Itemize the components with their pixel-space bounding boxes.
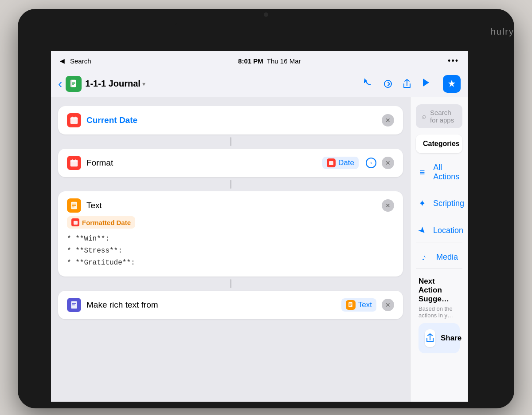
scripting-item[interactable]: ✦ Scripting — [416, 192, 462, 215]
next-action-subtitle: Based on the actions in y… — [419, 305, 460, 319]
all-actions-label: All Actions — [433, 163, 460, 182]
format-card: Format Date › ✕ — [58, 149, 403, 177]
workflow-panel: Current Date ✕ — [51, 97, 410, 402]
magic-button[interactable] — [443, 75, 461, 93]
categories-button[interactable]: Categories — [416, 134, 462, 153]
rich-text-doc-icon — [70, 300, 78, 309]
format-header: Format Date › ✕ — [67, 156, 394, 170]
text-header: Text ✕ — [67, 198, 394, 213]
play-button[interactable] — [421, 78, 430, 90]
text-pill-doc-icon — [348, 302, 353, 308]
media-icon: ♪ — [419, 252, 429, 262]
screen: ◀ Search 8:01 PM Thu 16 Mar ••• ‹ — [51, 51, 468, 402]
suggestion-label: Share — [441, 334, 462, 343]
nav-bar: ‹ 1-1-1 Journal ▾ — [51, 71, 468, 97]
suggestion-card[interactable]: Share — [419, 323, 460, 353]
magic-icon — [447, 79, 457, 89]
nav-chevron-icon[interactable]: ▾ — [142, 80, 145, 87]
location-item[interactable]: ➤ Location — [416, 219, 462, 242]
device-wrapper: hulry ◀ Search 8:01 PM Thu 16 Mar ••• ‹ — [0, 0, 532, 415]
next-action-section: Next Action Sugge… Based on the actions … — [416, 273, 462, 355]
date-tag[interactable]: Date — [322, 157, 359, 169]
format-calendar-icon — [70, 158, 78, 167]
format-close-button[interactable]: ✕ — [382, 157, 394, 169]
text-card: Text ✕ Formatted Date — [58, 191, 403, 277]
svg-rect-20 — [73, 221, 77, 224]
svg-rect-12 — [70, 160, 78, 162]
location-icon: ➤ — [416, 224, 429, 237]
status-back-label: Search — [70, 57, 91, 65]
back-arrow-icon: ◀ — [60, 57, 65, 64]
next-action-title: Next Action Sugge… — [419, 277, 460, 304]
status-center: 8:01 PM Thu 16 Mar — [91, 57, 448, 65]
text-doc-icon — [70, 201, 78, 210]
status-date: Thu 16 Mar — [267, 57, 301, 65]
date-tag-arrow-icon[interactable]: › — [366, 158, 376, 168]
app-icon — [66, 76, 82, 92]
formatted-date-tag[interactable]: Formatted Date — [67, 216, 135, 229]
connector-dot-3 — [230, 279, 231, 288]
status-right: ••• — [448, 56, 459, 66]
search-icon: ⌕ — [422, 112, 426, 120]
calendar-icon — [70, 116, 78, 125]
camera-dot — [264, 12, 268, 17]
svg-point-5 — [384, 80, 391, 87]
text-content-lines: * **Win**: * **Stress**: * **Gratitude**… — [67, 233, 394, 269]
text-line-1: * **Win**: — [67, 233, 394, 245]
text-card-body: Formatted Date * **Win**: * **Stress**: … — [67, 213, 394, 269]
scripting-label: Scripting — [433, 199, 464, 208]
rich-text-header: Make rich text from Text — [67, 298, 394, 312]
svg-rect-8 — [70, 117, 78, 119]
current-date-card: Current Date ✕ — [58, 106, 403, 134]
connector-dot-2 — [230, 180, 231, 189]
current-date-header: Current Date ✕ — [67, 113, 394, 127]
text-icon — [67, 198, 81, 213]
search-placeholder: Search for apps — [430, 109, 456, 124]
text-line-2: * **Stress**: — [67, 245, 394, 257]
text-title: Text — [86, 201, 376, 210]
status-left: ◀ Search — [60, 57, 91, 65]
location-label: Location — [433, 226, 463, 235]
suggestion-icon — [425, 329, 435, 347]
text-close-button[interactable]: ✕ — [382, 199, 394, 212]
nav-actions — [363, 75, 461, 93]
share-suggestion-icon — [425, 333, 435, 344]
date-tag-label: Date — [338, 158, 354, 167]
formatted-date-calendar-icon — [73, 220, 78, 225]
journal-icon — [69, 79, 78, 89]
all-actions-icon: ≡ — [419, 167, 426, 178]
undo-button[interactable] — [363, 79, 374, 89]
current-date-close-button[interactable]: ✕ — [382, 114, 394, 126]
rich-text-close-button[interactable]: ✕ — [382, 299, 394, 311]
text-pill-label: Text — [358, 300, 372, 309]
formatted-date-icon — [71, 218, 79, 226]
connector-2 — [58, 179, 403, 190]
rich-text-icon — [67, 298, 81, 312]
search-bar[interactable]: ⌕ Search for apps — [416, 104, 462, 128]
svg-rect-15 — [329, 161, 333, 165]
connector-1 — [58, 136, 403, 147]
connector-dot — [230, 137, 231, 146]
nav-back-button[interactable]: ‹ — [58, 77, 62, 91]
rich-text-title: Make rich text from — [86, 300, 336, 310]
text-pill-tag[interactable]: Text — [341, 298, 376, 312]
media-item[interactable]: ♪ Media — [416, 246, 462, 269]
scripting-icon: ✦ — [419, 198, 426, 209]
date-calendar-icon — [329, 160, 334, 166]
format-icon — [67, 156, 81, 170]
status-bar: ◀ Search 8:01 PM Thu 16 Mar ••• — [51, 51, 468, 71]
watermark: hulry — [491, 27, 514, 37]
date-tag-icon — [327, 158, 336, 167]
status-dots: ••• — [448, 56, 459, 66]
nav-title: 1-1-1 Journal — [85, 79, 140, 89]
all-actions-item[interactable]: ≡ All Actions — [416, 157, 462, 188]
svg-rect-1 — [70, 79, 72, 87]
redo-button[interactable] — [383, 79, 393, 89]
current-date-icon — [67, 113, 81, 127]
media-label: Media — [436, 253, 458, 262]
share-button[interactable] — [402, 79, 412, 89]
connector-3 — [58, 278, 403, 289]
svg-marker-6 — [423, 79, 429, 87]
main-content: Current Date ✕ — [51, 97, 468, 402]
format-title: Format — [86, 158, 317, 168]
